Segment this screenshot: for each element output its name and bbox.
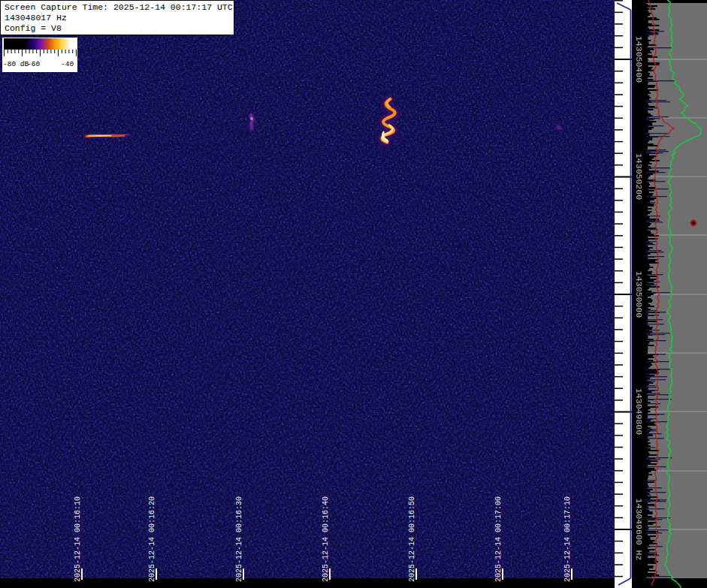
colorbar-label-max: -40 (61, 60, 74, 68)
frequency-tick-label: 143050000 (634, 271, 644, 318)
echo-faint-blob (250, 114, 253, 130)
time-tick-mark (571, 568, 573, 580)
signal-echoes (0, 0, 615, 588)
spectrum-panel-plot (646, 0, 707, 588)
colorbar-label-mid: -60 (27, 60, 40, 68)
spectrum-panel (646, 0, 707, 588)
time-tick-mark (156, 568, 157, 580)
echo-horizontal-streak (84, 134, 130, 137)
time-tick-mark (81, 568, 83, 580)
time-tick-mark (243, 568, 244, 580)
time-tick-mark (329, 568, 331, 580)
frequency-tick-label: 143049600 Hz (634, 499, 644, 561)
colorbar-ticks (2, 50, 77, 59)
echo-corkscrew (382, 98, 394, 143)
frequency-tick-label: 143049800 (634, 388, 644, 435)
frequency-tick-label: 143050400 (634, 36, 644, 83)
frequency-ruler (615, 0, 632, 588)
time-tick-mark (415, 568, 417, 580)
capture-time-line: Screen Capture Time: 2025-12-14 00:17:17… (5, 2, 234, 13)
color-scale-legend: -80 dB -60 -40 (2, 38, 77, 72)
waterfall-area: 2025-12-14 00:16:102025-12-14 00:16:2020… (0, 0, 615, 588)
frequency-tick-label: 143050200 (634, 153, 644, 200)
colorbar-labels: -80 dB -60 -40 (2, 59, 77, 71)
colorbar-label-min: -80 dB (3, 60, 29, 68)
spectrogram-screen: 2025-12-14 00:16:102025-12-14 00:16:2020… (0, 0, 707, 588)
echo-faint-dot (557, 126, 562, 130)
colorbar-gradient (4, 38, 76, 50)
capture-frequency-line: 143048017 Hz (5, 13, 234, 23)
capture-info-box: Screen Capture Time: 2025-12-14 00:17:17… (0, 0, 234, 35)
time-tick-mark (502, 568, 503, 580)
frequency-axis: 1430504001430502001430500001430498001430… (632, 0, 646, 588)
frequency-ruler-ticks (615, 0, 632, 588)
capture-config-line: Config = V8 (5, 23, 234, 34)
